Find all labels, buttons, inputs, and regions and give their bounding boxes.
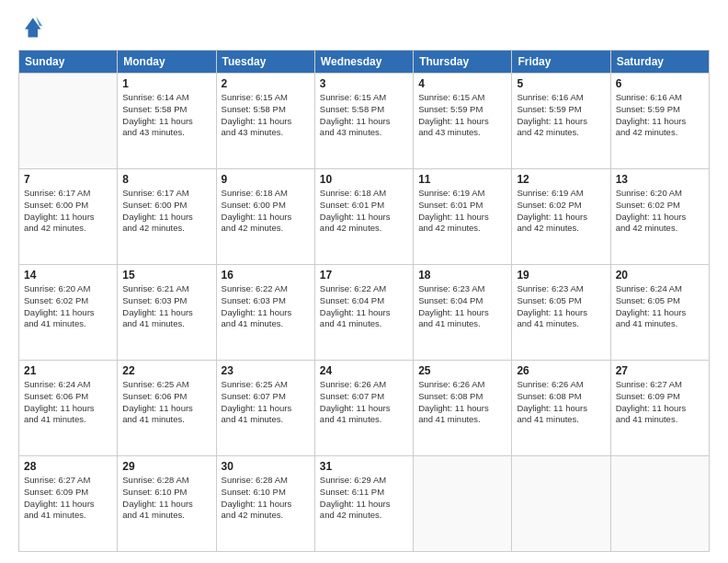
- day-number: 4: [418, 77, 506, 90]
- page: SundayMondayTuesdayWednesdayThursdayFrid…: [0, 0, 728, 563]
- calendar-cell: 11Sunrise: 6:19 AM Sunset: 6:01 PM Dayli…: [414, 169, 512, 265]
- calendar-cell: 3Sunrise: 6:15 AM Sunset: 5:58 PM Daylig…: [314, 74, 413, 169]
- day-detail: Sunrise: 6:24 AM Sunset: 6:05 PM Dayligh…: [616, 283, 704, 330]
- day-number: 6: [616, 77, 704, 90]
- day-detail: Sunrise: 6:14 AM Sunset: 5:58 PM Dayligh…: [122, 92, 210, 139]
- day-number: 27: [616, 364, 704, 377]
- day-number: 13: [616, 173, 704, 186]
- calendar-cell: [512, 456, 610, 552]
- day-number: 30: [222, 460, 310, 473]
- day-number: 2: [222, 77, 310, 90]
- day-detail: Sunrise: 6:20 AM Sunset: 6:02 PM Dayligh…: [616, 188, 704, 235]
- calendar-cell: 25Sunrise: 6:26 AM Sunset: 6:08 PM Dayli…: [414, 361, 512, 456]
- day-detail: Sunrise: 6:18 AM Sunset: 6:00 PM Dayligh…: [222, 188, 310, 235]
- calendar-cell: 14Sunrise: 6:20 AM Sunset: 6:02 PM Dayli…: [19, 265, 118, 361]
- day-detail: Sunrise: 6:20 AM Sunset: 6:02 PM Dayligh…: [24, 283, 112, 330]
- calendar-cell: 26Sunrise: 6:26 AM Sunset: 6:08 PM Dayli…: [512, 361, 610, 456]
- day-detail: Sunrise: 6:15 AM Sunset: 5:58 PM Dayligh…: [320, 92, 408, 139]
- day-number: 22: [122, 364, 210, 377]
- calendar-cell: 24Sunrise: 6:26 AM Sunset: 6:07 PM Dayli…: [314, 361, 413, 456]
- day-number: 7: [24, 173, 112, 186]
- day-number: 21: [24, 364, 112, 377]
- header: [18, 15, 710, 40]
- weekday-header-sunday: Sunday: [19, 51, 118, 74]
- calendar-cell: [610, 456, 709, 552]
- day-detail: Sunrise: 6:25 AM Sunset: 6:07 PM Dayligh…: [222, 379, 310, 426]
- day-detail: Sunrise: 6:16 AM Sunset: 5:59 PM Dayligh…: [616, 92, 704, 139]
- calendar-cell: [414, 456, 512, 552]
- calendar-cell: 12Sunrise: 6:19 AM Sunset: 6:02 PM Dayli…: [512, 169, 610, 265]
- weekday-header-monday: Monday: [118, 51, 216, 74]
- calendar-cell: 2Sunrise: 6:15 AM Sunset: 5:58 PM Daylig…: [216, 74, 314, 169]
- day-detail: Sunrise: 6:25 AM Sunset: 6:06 PM Dayligh…: [122, 379, 210, 426]
- day-detail: Sunrise: 6:26 AM Sunset: 6:08 PM Dayligh…: [418, 379, 506, 426]
- logo: [18, 15, 48, 40]
- day-detail: Sunrise: 6:28 AM Sunset: 6:10 PM Dayligh…: [122, 475, 210, 522]
- week-row-2: 7Sunrise: 6:17 AM Sunset: 6:00 PM Daylig…: [19, 169, 710, 265]
- calendar-cell: 18Sunrise: 6:23 AM Sunset: 6:04 PM Dayli…: [414, 265, 512, 361]
- calendar-cell: 16Sunrise: 6:22 AM Sunset: 6:03 PM Dayli…: [216, 265, 314, 361]
- weekday-header-saturday: Saturday: [610, 51, 709, 74]
- calendar-cell: 6Sunrise: 6:16 AM Sunset: 5:59 PM Daylig…: [610, 74, 709, 169]
- calendar-cell: 4Sunrise: 6:15 AM Sunset: 5:59 PM Daylig…: [414, 74, 512, 169]
- calendar-cell: 10Sunrise: 6:18 AM Sunset: 6:01 PM Dayli…: [314, 169, 413, 265]
- day-number: 20: [616, 269, 704, 282]
- week-row-4: 21Sunrise: 6:24 AM Sunset: 6:06 PM Dayli…: [19, 361, 710, 456]
- weekday-header-tuesday: Tuesday: [216, 51, 314, 74]
- weekday-header-wednesday: Wednesday: [314, 51, 413, 74]
- calendar-cell: 9Sunrise: 6:18 AM Sunset: 6:00 PM Daylig…: [216, 169, 314, 265]
- calendar-cell: 31Sunrise: 6:29 AM Sunset: 6:11 PM Dayli…: [314, 456, 413, 552]
- day-detail: Sunrise: 6:22 AM Sunset: 6:03 PM Dayligh…: [222, 283, 310, 330]
- calendar-table: SundayMondayTuesdayWednesdayThursdayFrid…: [18, 50, 710, 552]
- day-detail: Sunrise: 6:17 AM Sunset: 6:00 PM Dayligh…: [122, 188, 210, 235]
- calendar-cell: 15Sunrise: 6:21 AM Sunset: 6:03 PM Dayli…: [118, 265, 216, 361]
- week-row-5: 28Sunrise: 6:27 AM Sunset: 6:09 PM Dayli…: [19, 456, 710, 552]
- day-detail: Sunrise: 6:24 AM Sunset: 6:06 PM Dayligh…: [24, 379, 112, 426]
- day-number: 16: [222, 269, 310, 282]
- logo-icon: [18, 15, 44, 40]
- week-row-1: 1Sunrise: 6:14 AM Sunset: 5:58 PM Daylig…: [19, 74, 710, 169]
- calendar-cell: 7Sunrise: 6:17 AM Sunset: 6:00 PM Daylig…: [19, 169, 118, 265]
- weekday-header-friday: Friday: [512, 51, 610, 74]
- day-detail: Sunrise: 6:22 AM Sunset: 6:04 PM Dayligh…: [320, 283, 408, 330]
- day-detail: Sunrise: 6:27 AM Sunset: 6:09 PM Dayligh…: [24, 475, 112, 522]
- day-detail: Sunrise: 6:23 AM Sunset: 6:05 PM Dayligh…: [517, 283, 605, 330]
- day-number: 3: [320, 77, 408, 90]
- day-detail: Sunrise: 6:15 AM Sunset: 5:58 PM Dayligh…: [222, 92, 310, 139]
- day-detail: Sunrise: 6:26 AM Sunset: 6:08 PM Dayligh…: [517, 379, 605, 426]
- calendar-cell: 22Sunrise: 6:25 AM Sunset: 6:06 PM Dayli…: [118, 361, 216, 456]
- calendar-cell: 5Sunrise: 6:16 AM Sunset: 5:59 PM Daylig…: [512, 74, 610, 169]
- weekday-header-thursday: Thursday: [414, 51, 512, 74]
- day-number: 23: [222, 364, 310, 377]
- calendar-cell: 30Sunrise: 6:28 AM Sunset: 6:10 PM Dayli…: [216, 456, 314, 552]
- day-number: 18: [418, 269, 506, 282]
- day-number: 1: [122, 77, 210, 90]
- day-detail: Sunrise: 6:28 AM Sunset: 6:10 PM Dayligh…: [222, 475, 310, 522]
- day-number: 26: [517, 364, 605, 377]
- calendar-cell: 20Sunrise: 6:24 AM Sunset: 6:05 PM Dayli…: [610, 265, 709, 361]
- day-number: 12: [517, 173, 605, 186]
- day-number: 15: [122, 269, 210, 282]
- calendar-cell: 1Sunrise: 6:14 AM Sunset: 5:58 PM Daylig…: [118, 74, 216, 169]
- calendar-cell: 19Sunrise: 6:23 AM Sunset: 6:05 PM Dayli…: [512, 265, 610, 361]
- day-number: 31: [320, 460, 408, 473]
- calendar-cell: [19, 74, 118, 169]
- day-number: 14: [24, 269, 112, 282]
- day-detail: Sunrise: 6:21 AM Sunset: 6:03 PM Dayligh…: [122, 283, 210, 330]
- calendar-cell: 13Sunrise: 6:20 AM Sunset: 6:02 PM Dayli…: [610, 169, 709, 265]
- calendar-cell: 23Sunrise: 6:25 AM Sunset: 6:07 PM Dayli…: [216, 361, 314, 456]
- calendar-cell: 28Sunrise: 6:27 AM Sunset: 6:09 PM Dayli…: [19, 456, 118, 552]
- day-detail: Sunrise: 6:19 AM Sunset: 6:01 PM Dayligh…: [418, 188, 506, 235]
- day-number: 28: [24, 460, 112, 473]
- day-detail: Sunrise: 6:26 AM Sunset: 6:07 PM Dayligh…: [320, 379, 408, 426]
- week-row-3: 14Sunrise: 6:20 AM Sunset: 6:02 PM Dayli…: [19, 265, 710, 361]
- day-detail: Sunrise: 6:29 AM Sunset: 6:11 PM Dayligh…: [320, 475, 408, 522]
- day-number: 25: [418, 364, 506, 377]
- day-number: 11: [418, 173, 506, 186]
- day-number: 10: [320, 173, 408, 186]
- day-detail: Sunrise: 6:17 AM Sunset: 6:00 PM Dayligh…: [24, 188, 112, 235]
- day-detail: Sunrise: 6:15 AM Sunset: 5:59 PM Dayligh…: [418, 92, 506, 139]
- weekday-header-row: SundayMondayTuesdayWednesdayThursdayFrid…: [19, 51, 710, 74]
- day-number: 17: [320, 269, 408, 282]
- day-number: 29: [122, 460, 210, 473]
